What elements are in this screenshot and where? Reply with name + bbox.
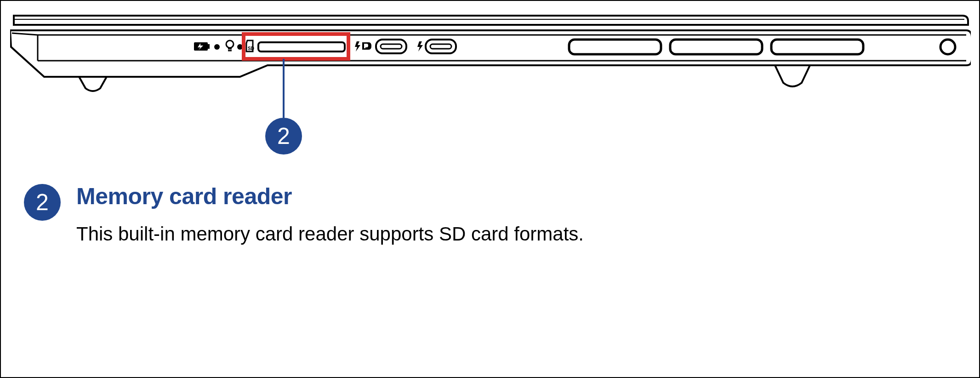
svg-rect-21 [670, 40, 762, 54]
svg-rect-22 [771, 40, 863, 54]
svg-rect-6 [208, 44, 210, 49]
callout-number-top: 2 [277, 123, 290, 149]
description-block: 2 Memory card reader This built-in memor… [24, 184, 584, 246]
svg-rect-20 [569, 40, 661, 54]
description-text: Memory card reader This built-in memory … [76, 184, 584, 246]
sd-icon-label: SD [248, 46, 254, 51]
svg-rect-13 [258, 42, 345, 52]
callout-number-desc: 2 [36, 189, 49, 216]
svg-point-8 [214, 44, 220, 50]
svg-rect-19 [430, 44, 451, 49]
callout-badge-description: 2 [24, 184, 61, 221]
laptop-side-diagram: SD [10, 15, 971, 153]
page-container: SD [0, 0, 980, 378]
callout-badge-diagram: 2 [265, 118, 302, 155]
description-body: This built-in memory card reader support… [76, 222, 584, 246]
laptop-side-svg: SD [10, 15, 971, 153]
svg-rect-16 [381, 44, 402, 49]
description-title: Memory card reader [76, 184, 584, 209]
svg-point-23 [940, 40, 955, 54]
